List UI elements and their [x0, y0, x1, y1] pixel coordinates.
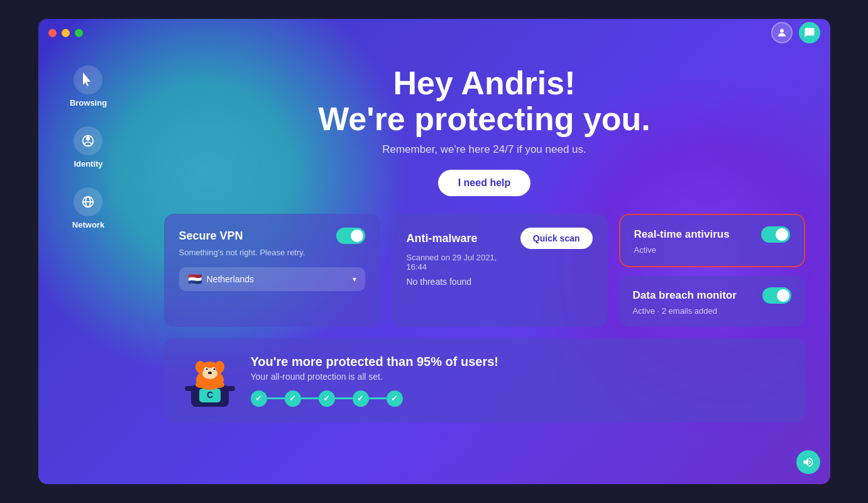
chat-icon: [804, 27, 815, 38]
svg-point-18: [206, 368, 207, 370]
breach-monitor-status-text: Active · 2 emails added: [633, 306, 791, 316]
antimalware-card-title: Anti-malware Quick scan: [407, 228, 593, 249]
svg-text:C: C: [206, 390, 212, 400]
progress-dot-1: ✓: [251, 390, 267, 407]
progress-dot-4: ✓: [353, 390, 369, 407]
sidebar-item-network[interactable]: Network: [72, 187, 104, 229]
svg-point-22: [214, 382, 224, 388]
browsing-icon: [74, 65, 102, 94]
network-icon: [74, 187, 102, 216]
antivirus-toggle-knob: [776, 228, 788, 241]
traffic-lights: [48, 29, 83, 37]
svg-point-20: [208, 372, 212, 374]
progress-line-2: [301, 397, 319, 399]
progress-dot-5: ✓: [387, 390, 403, 407]
hero-subtitle: Remember, we're here 24/7 if you need us…: [382, 143, 586, 156]
antivirus-card-title: Real-time antivirus: [634, 226, 790, 243]
vpn-error-text: Something's not right. Please retry.: [179, 248, 365, 257]
minimize-button[interactable]: [62, 29, 70, 37]
scan-date-text: Scanned on 29 Jul 2021,: [407, 253, 497, 262]
protection-card: C: [164, 338, 805, 423]
vpn-card: Secure VPN Something's not right. Please…: [164, 214, 380, 327]
country-name: Netherlands: [207, 274, 255, 284]
antivirus-card: Real-time antivirus Active: [619, 214, 805, 267]
titlebar-right: [771, 22, 820, 43]
svg-point-0: [780, 29, 784, 33]
browsing-label: Browsing: [70, 98, 107, 108]
identity-person-icon: [81, 134, 95, 148]
scan-date: Scanned on 29 Jul 2021, 16:44: [407, 253, 593, 272]
antimalware-title-text: Anti-malware: [407, 232, 478, 245]
protection-subtitle: Your all-round protection is all set.: [251, 372, 498, 382]
vpn-card-title: Secure VPN: [179, 228, 365, 244]
progress-line-4: [369, 397, 387, 399]
user-profile-button[interactable]: [771, 22, 793, 43]
svg-point-19: [213, 368, 215, 370]
cursor-icon: [80, 72, 96, 87]
antimalware-card: Anti-malware Quick scan Scanned on 29 Ju…: [392, 214, 608, 327]
user-icon: [776, 27, 788, 38]
mascot: C: [182, 352, 238, 409]
chat-button[interactable]: [799, 22, 820, 43]
progress-dot-3: ✓: [319, 390, 335, 407]
progress-dot-2: ✓: [285, 390, 301, 407]
breach-monitor-card: Data breach monitor Active · 2 emails ad…: [619, 276, 805, 327]
hero-title-line2: We're protecting you.: [318, 101, 651, 137]
globe-icon: [81, 195, 95, 209]
maximize-button[interactable]: [75, 29, 83, 37]
progress-line-3: [335, 397, 353, 399]
sidebar: Browsing Identity Network: [38, 47, 139, 484]
hero-title: Hey Andris! We're protecting you.: [318, 65, 651, 137]
vpn-toggle-knob: [351, 229, 363, 242]
close-button[interactable]: [48, 29, 57, 37]
cards-row: Secure VPN Something's not right. Please…: [164, 214, 805, 327]
help-button[interactable]: I need help: [438, 170, 531, 196]
svg-point-21: [195, 382, 206, 388]
megaphone-icon: [802, 456, 815, 468]
breach-monitor-toggle-knob: [777, 289, 789, 302]
cards-right: Real-time antivirus Active Data breach m…: [619, 214, 805, 327]
breach-monitor-title-text: Data breach monitor: [633, 289, 737, 302]
svg-rect-8: [226, 386, 235, 391]
mascot-svg: C: [182, 352, 238, 409]
app-window: Browsing Identity Network: [38, 19, 830, 484]
antivirus-title-text: Real-time antivirus: [634, 228, 730, 241]
sidebar-item-browsing[interactable]: Browsing: [70, 65, 107, 108]
main-content: Hey Andris! We're protecting you. Rememb…: [139, 47, 830, 484]
identity-label: Identity: [74, 159, 102, 169]
scan-time-text: 16:44: [407, 262, 427, 272]
antivirus-toggle[interactable]: [761, 226, 790, 243]
breach-monitor-card-title: Data breach monitor: [633, 287, 791, 304]
no-threats-text: No threats found: [407, 277, 593, 287]
progress-dots: ✓ ✓ ✓ ✓ ✓: [251, 390, 498, 407]
antivirus-status-text: Active: [634, 245, 790, 255]
svg-rect-7: [185, 386, 194, 391]
network-label: Network: [72, 220, 104, 229]
identity-icon: [74, 126, 102, 155]
titlebar: [38, 19, 830, 47]
breach-monitor-toggle[interactable]: [762, 287, 791, 304]
vpn-toggle[interactable]: [336, 228, 365, 244]
svg-point-1: [86, 136, 90, 140]
sidebar-item-identity[interactable]: Identity: [74, 126, 102, 169]
netherlands-flag: 🇳🇱: [188, 272, 202, 286]
vpn-title-text: Secure VPN: [179, 229, 243, 243]
protection-info: You're more protected than 95% of users!…: [251, 355, 498, 407]
country-selector[interactable]: 🇳🇱 Netherlands ▾: [179, 267, 365, 291]
protection-title: You're more protected than 95% of users!: [251, 355, 498, 369]
hero-title-line1: Hey Andris!: [318, 65, 651, 101]
chevron-down-icon: ▾: [353, 275, 356, 284]
notification-button[interactable]: [796, 450, 820, 474]
progress-line-1: [267, 397, 285, 399]
quick-scan-button[interactable]: Quick scan: [520, 228, 593, 249]
